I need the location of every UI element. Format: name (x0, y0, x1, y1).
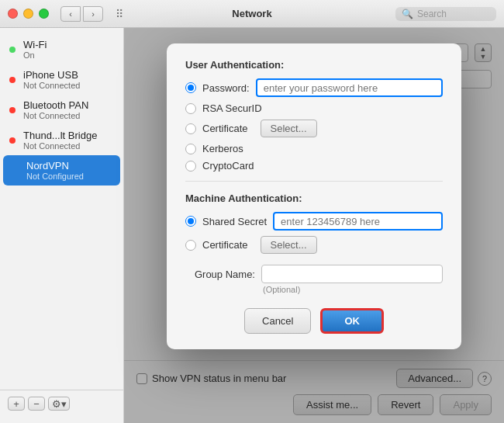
search-bar[interactable]: 🔍 Search (395, 7, 496, 21)
shared-secret-label: Shared Secret (202, 216, 267, 227)
shared-secret-row: Shared Secret (185, 212, 443, 231)
password-option-row: Password: (185, 78, 443, 97)
kerberos-label: Kerberos (202, 143, 243, 154)
group-name-input[interactable] (261, 265, 443, 283)
auth-modal: User Authentication: Password: RSA Secur… (167, 43, 461, 349)
kerberos-option[interactable]: Kerberos (185, 143, 443, 154)
certificate-option-row[interactable]: Certificate Select... (185, 120, 443, 137)
ok-button[interactable]: OK (320, 308, 384, 334)
cert-radio[interactable] (185, 123, 196, 134)
optional-text: (Optional) (263, 285, 300, 294)
rsa-option[interactable]: RSA SecurID (185, 102, 443, 114)
group-name-inner: Group Name: (185, 265, 443, 283)
sidebar-item-wifi[interactable]: Wi-Fi On (0, 34, 123, 64)
nav-buttons: ‹ › (60, 6, 103, 22)
user-auth-title: User Authentication: (185, 59, 443, 71)
search-icon: 🔍 (402, 9, 413, 19)
main-content: Wi-Fi On iPhone USB Not Connected Blueto… (0, 28, 504, 423)
minimize-button[interactable] (23, 9, 33, 19)
modal-buttons: Cancel OK (185, 308, 443, 334)
sidebar-thunderbolt-name: Thund...lt Bridge (23, 130, 114, 141)
sidebar-nordvpn-name: NordVPN (26, 160, 111, 172)
rsa-label: RSA SecurID (202, 102, 262, 114)
sidebar-bottom: + − ⚙▾ (0, 390, 123, 417)
search-placeholder: Search (417, 9, 447, 19)
group-name-label: Group Name: (185, 269, 255, 280)
divider (185, 181, 443, 182)
close-button[interactable] (8, 9, 18, 19)
sidebar-wifi-name: Wi-Fi (23, 39, 114, 50)
settings-button[interactable]: ⚙▾ (48, 397, 70, 411)
cryptocard-option[interactable]: CryptoCard (185, 160, 443, 172)
group-name-row: Group Name: (Optional) (185, 265, 443, 294)
machine-cert-select[interactable]: Select... (261, 236, 317, 254)
kerberos-radio[interactable] (185, 144, 196, 154)
shared-secret-input[interactable] (273, 212, 443, 231)
sidebar-nordvpn-status: Not Configured (26, 172, 111, 181)
cert-select-button[interactable]: Select... (261, 120, 317, 137)
machine-cert-radio[interactable] (185, 240, 196, 251)
maximize-button[interactable] (39, 9, 49, 19)
machine-auth-section: Machine Authentication: Shared Secret Ce… (185, 192, 443, 254)
sidebar-item-iphone-usb[interactable]: iPhone USB Not Connected (0, 64, 123, 95)
password-input[interactable] (256, 78, 443, 97)
rsa-radio[interactable] (185, 103, 196, 114)
status-dot-thunderbolt (9, 137, 16, 144)
grid-icon[interactable]: ⠿ (109, 6, 129, 22)
sidebar-thunderbolt-status: Not Connected (23, 141, 114, 151)
status-dot-bluetooth (9, 107, 16, 113)
password-radio[interactable] (185, 82, 196, 93)
machine-cert-row[interactable]: Certificate Select... (185, 236, 443, 254)
sidebar-item-thunderbolt[interactable]: Thund...lt Bridge Not Connected (0, 125, 123, 155)
sidebar-iphone-status: Not Connected (23, 81, 114, 90)
modal-overlay: User Authentication: Password: RSA Secur… (124, 28, 504, 423)
status-dot-iphone (9, 77, 16, 83)
sidebar-bluetooth-name: Bluetooth PAN (23, 99, 114, 111)
cert-label: Certificate (202, 123, 248, 134)
back-button[interactable]: ‹ (60, 6, 81, 22)
remove-button[interactable]: − (28, 397, 45, 411)
window-title: Network (232, 8, 271, 19)
traffic-lights (8, 9, 49, 19)
cryptocard-label: CryptoCard (202, 160, 254, 172)
right-panel: ▲▼ Show VPN status in menu bar Advanced.… (124, 28, 504, 423)
forward-button[interactable]: › (83, 6, 103, 22)
sidebar-bluetooth-status: Not Connected (23, 111, 114, 120)
sidebar: Wi-Fi On iPhone USB Not Connected Blueto… (0, 28, 124, 423)
password-label: Password: (202, 82, 250, 94)
machine-auth-title: Machine Authentication: (185, 192, 443, 204)
cryptocard-radio[interactable] (185, 161, 196, 172)
cancel-button[interactable]: Cancel (244, 308, 311, 334)
title-bar: ‹ › ⠿ Network 🔍 Search (0, 0, 504, 28)
sidebar-wifi-status: On (23, 50, 114, 60)
shared-secret-radio[interactable] (185, 216, 196, 227)
sidebar-item-bluetooth[interactable]: Bluetooth PAN Not Connected (0, 95, 123, 125)
machine-cert-label: Certificate (202, 239, 248, 251)
status-dot-wifi (9, 47, 16, 53)
sidebar-iphone-name: iPhone USB (23, 69, 114, 81)
sidebar-item-nordvpn[interactable]: NordVPN Not Configured (3, 155, 120, 185)
add-button[interactable]: + (8, 397, 25, 411)
